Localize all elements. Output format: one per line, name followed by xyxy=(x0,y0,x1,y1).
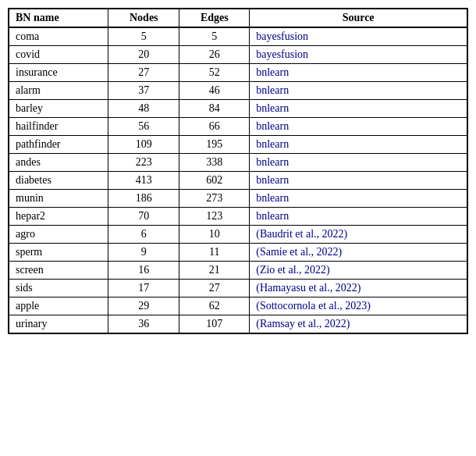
cell-edges: 602 xyxy=(179,172,250,190)
cell-bn-name: screen xyxy=(9,262,108,280)
cell-edges: 66 xyxy=(179,118,250,136)
table-row: hepar270123bnlearn xyxy=(9,208,467,226)
cell-nodes: 16 xyxy=(108,262,179,280)
cell-nodes: 17 xyxy=(108,280,179,297)
cell-nodes: 413 xyxy=(108,172,179,190)
cell-source: bnlearn xyxy=(250,172,467,190)
table-row: andes223338bnlearn xyxy=(9,154,467,172)
cell-source: bnlearn xyxy=(250,208,467,226)
cell-source: bnlearn xyxy=(250,64,467,82)
cell-bn-name: apple xyxy=(9,297,108,315)
cell-edges: 273 xyxy=(179,190,250,208)
cell-bn-name: barley xyxy=(9,100,108,118)
cell-nodes: 56 xyxy=(108,118,179,136)
table-row: apple2962(Sottocornola et al., 2023) xyxy=(9,297,467,315)
cell-edges: 21 xyxy=(179,262,250,280)
cell-source: (Ramsay et al., 2022) xyxy=(250,315,467,334)
table-row: sids1727(Hamayasu et al., 2022) xyxy=(9,280,467,297)
cell-bn-name: sids xyxy=(9,280,108,297)
table-row: agro610(Baudrit et al., 2022) xyxy=(9,226,467,244)
cell-bn-name: covid xyxy=(9,46,108,64)
table-row: covid2026bayesfusion xyxy=(9,46,467,64)
cell-bn-name: alarm xyxy=(9,82,108,100)
cell-bn-name: pathfinder xyxy=(9,136,108,154)
cell-bn-name: hepar2 xyxy=(9,208,108,226)
cell-nodes: 29 xyxy=(108,297,179,315)
cell-source: bnlearn xyxy=(250,100,467,118)
cell-nodes: 70 xyxy=(108,208,179,226)
cell-source: bayesfusion xyxy=(250,46,467,64)
cell-source: (Sottocornola et al., 2023) xyxy=(250,297,467,315)
cell-nodes: 37 xyxy=(108,82,179,100)
header-nodes: Nodes xyxy=(108,9,179,27)
cell-bn-name: insurance xyxy=(9,64,108,82)
cell-nodes: 186 xyxy=(108,190,179,208)
table-header-row: BN name Nodes Edges Source xyxy=(9,9,467,27)
table-row: insurance2752bnlearn xyxy=(9,64,467,82)
cell-nodes: 223 xyxy=(108,154,179,172)
header-bn-name: BN name xyxy=(9,9,108,27)
cell-edges: 10 xyxy=(179,226,250,244)
cell-edges: 11 xyxy=(179,244,250,262)
cell-source: bnlearn xyxy=(250,118,467,136)
table-row: pathfinder109195bnlearn xyxy=(9,136,467,154)
table-row: urinary36107(Ramsay et al., 2022) xyxy=(9,315,467,334)
cell-edges: 195 xyxy=(179,136,250,154)
cell-nodes: 27 xyxy=(108,64,179,82)
bn-table: BN name Nodes Edges Source coma55bayesfu… xyxy=(8,8,468,334)
cell-nodes: 20 xyxy=(108,46,179,64)
header-edges: Edges xyxy=(179,9,250,27)
table-container: BN name Nodes Edges Source coma55bayesfu… xyxy=(8,8,468,334)
cell-nodes: 48 xyxy=(108,100,179,118)
cell-bn-name: agro xyxy=(9,226,108,244)
table-row: diabetes413602bnlearn xyxy=(9,172,467,190)
table-row: sperm911(Samie et al., 2022) xyxy=(9,244,467,262)
cell-nodes: 5 xyxy=(108,27,179,46)
table-row: hailfinder5666bnlearn xyxy=(9,118,467,136)
cell-edges: 27 xyxy=(179,280,250,297)
table-row: coma55bayesfusion xyxy=(9,27,467,46)
cell-bn-name: coma xyxy=(9,27,108,46)
cell-edges: 26 xyxy=(179,46,250,64)
cell-bn-name: urinary xyxy=(9,315,108,334)
cell-edges: 52 xyxy=(179,64,250,82)
cell-source: bayesfusion xyxy=(250,27,467,46)
cell-source: bnlearn xyxy=(250,136,467,154)
header-source: Source xyxy=(250,9,467,27)
cell-source: bnlearn xyxy=(250,190,467,208)
cell-edges: 123 xyxy=(179,208,250,226)
cell-edges: 46 xyxy=(179,82,250,100)
cell-source: (Zio et al., 2022) xyxy=(250,262,467,280)
cell-bn-name: munin xyxy=(9,190,108,208)
cell-bn-name: sperm xyxy=(9,244,108,262)
cell-bn-name: andes xyxy=(9,154,108,172)
cell-source: bnlearn xyxy=(250,82,467,100)
cell-bn-name: hailfinder xyxy=(9,118,108,136)
cell-bn-name: diabetes xyxy=(9,172,108,190)
cell-source: bnlearn xyxy=(250,154,467,172)
cell-source: (Hamayasu et al., 2022) xyxy=(250,280,467,297)
table-row: alarm3746bnlearn xyxy=(9,82,467,100)
table-row: barley4884bnlearn xyxy=(9,100,467,118)
table-row: screen1621(Zio et al., 2022) xyxy=(9,262,467,280)
cell-nodes: 6 xyxy=(108,226,179,244)
cell-source: (Baudrit et al., 2022) xyxy=(250,226,467,244)
cell-source: (Samie et al., 2022) xyxy=(250,244,467,262)
cell-edges: 84 xyxy=(179,100,250,118)
cell-edges: 5 xyxy=(179,27,250,46)
cell-edges: 338 xyxy=(179,154,250,172)
cell-edges: 107 xyxy=(179,315,250,334)
cell-nodes: 109 xyxy=(108,136,179,154)
cell-nodes: 9 xyxy=(108,244,179,262)
cell-edges: 62 xyxy=(179,297,250,315)
cell-nodes: 36 xyxy=(108,315,179,334)
table-row: munin186273bnlearn xyxy=(9,190,467,208)
